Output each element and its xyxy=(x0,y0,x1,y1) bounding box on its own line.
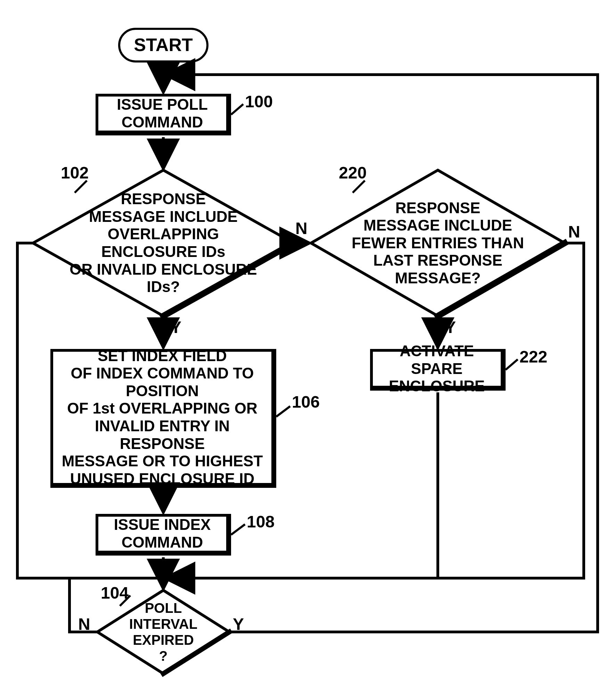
overlap-yes-label: Y xyxy=(170,318,181,337)
svg-marker-1 xyxy=(311,170,565,316)
ref-decision-fewer: 220 xyxy=(339,163,367,182)
flowchart-canvas: START ISSUE POLL COMMAND RESPONSE MESSAG… xyxy=(0,0,606,700)
svg-marker-2 xyxy=(97,590,229,674)
poll-no-label: N xyxy=(78,615,90,634)
svg-line-14 xyxy=(276,406,290,417)
start-terminator: START xyxy=(118,28,208,62)
decision-overlap-shape xyxy=(33,170,294,316)
set-index-process: SET INDEX FIELD OF INDEX COMMAND TO POSI… xyxy=(50,349,276,488)
set-index-label: SET INDEX FIELD OF INDEX COMMAND TO POSI… xyxy=(53,347,271,488)
ref-activate-spare: 222 xyxy=(519,347,547,366)
ref-issue-index: 108 xyxy=(247,512,275,531)
decision-fewer-shape xyxy=(311,170,565,316)
fewer-yes-label: Y xyxy=(445,318,456,337)
issue-poll-label: ISSUE POLL COMMAND xyxy=(117,96,208,131)
activate-spare-process: ACTIVATE SPARE ENCLOSURE xyxy=(370,349,506,391)
issue-poll-process: ISSUE POLL COMMAND xyxy=(96,94,231,135)
svg-line-16 xyxy=(506,359,518,370)
svg-line-15 xyxy=(231,524,245,535)
overlap-no-label: N xyxy=(295,219,308,238)
fewer-no-label: N xyxy=(568,222,580,241)
svg-line-13 xyxy=(353,181,365,193)
ref-issue-poll: 100 xyxy=(245,92,273,111)
poll-interval-shape xyxy=(97,590,229,674)
issue-index-process: ISSUE INDEX COMMAND xyxy=(96,514,231,556)
ref-set-index: 106 xyxy=(292,392,320,411)
svg-marker-0 xyxy=(33,170,294,316)
issue-index-label: ISSUE INDEX COMMAND xyxy=(114,516,211,551)
ref-decision-overlap: 102 xyxy=(61,163,89,182)
svg-line-12 xyxy=(75,181,87,193)
poll-yes-label: Y xyxy=(233,615,244,634)
activate-spare-label: ACTIVATE SPARE ENCLOSURE xyxy=(373,342,501,395)
svg-line-11 xyxy=(231,104,243,115)
ref-poll-interval: 104 xyxy=(101,583,129,602)
start-label: START xyxy=(134,35,193,56)
